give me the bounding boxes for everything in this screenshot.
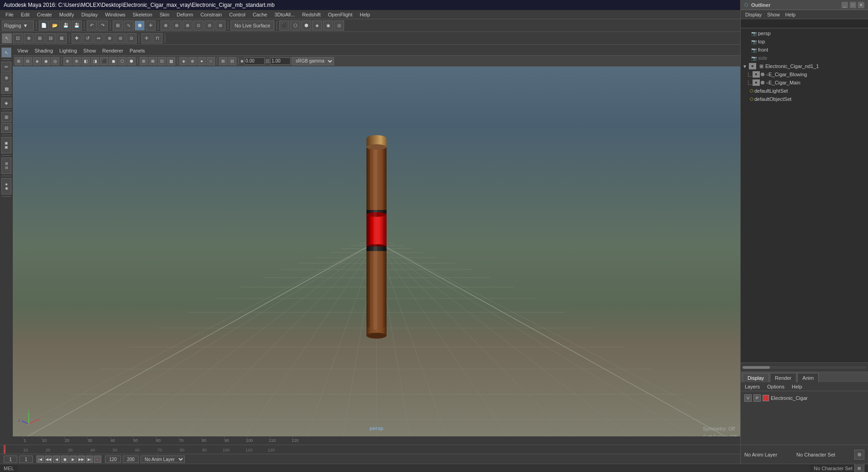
- transform6[interactable]: ⊚: [215, 21, 225, 31]
- mel-input-area[interactable]: [18, 465, 810, 472]
- tree-item-top[interactable]: 📷 top: [741, 37, 868, 46]
- outliner-menu-help[interactable]: Help: [783, 11, 799, 18]
- select-tool-left[interactable]: ↖: [1, 47, 11, 58]
- open-file-button[interactable]: 📂: [50, 21, 60, 31]
- vp-exposure-input[interactable]: [244, 58, 265, 65]
- h-scroll-thumb[interactable]: [743, 366, 770, 369]
- vp-menu-shading[interactable]: Shading: [32, 47, 56, 54]
- vp-res3[interactable]: ●: [198, 57, 206, 65]
- timeline-scrubber[interactable]: 1 10 20 30 40 50 60 70 80 90 100 110 120: [0, 445, 868, 454]
- scale-t[interactable]: ⇔: [94, 33, 104, 43]
- vp-menu-show[interactable]: Show: [81, 47, 99, 54]
- vp-gamma-select[interactable]: sRGB gamma: [292, 57, 334, 65]
- transform5[interactable]: ⊘: [204, 21, 214, 31]
- play-back-button[interactable]: ◀: [53, 456, 60, 463]
- vp-cam1[interactable]: ⊕: [63, 57, 72, 65]
- vp-grid[interactable]: ▦: [167, 57, 175, 65]
- vp-shd2[interactable]: ◨: [91, 57, 99, 65]
- render-left[interactable]: ▣▣: [1, 137, 11, 153]
- menu-cache[interactable]: Cache: [249, 11, 271, 18]
- vp-menu-lighting[interactable]: Lighting: [57, 47, 80, 54]
- menu-file[interactable]: File: [2, 11, 17, 18]
- manip-t[interactable]: ⊗: [105, 33, 115, 43]
- rot-t[interactable]: ↺: [83, 33, 93, 43]
- tab-render[interactable]: Render: [770, 373, 796, 382]
- save-file-button[interactable]: 💾: [61, 21, 71, 31]
- vp-wire1[interactable]: ⊞: [140, 57, 148, 65]
- vp-iso1[interactable]: ⊞: [219, 57, 227, 65]
- mode-dropdown[interactable]: Rigging ▼: [2, 21, 34, 31]
- layer-p-button[interactable]: P: [753, 394, 761, 402]
- bracket-t[interactable]: ⊓: [152, 33, 162, 43]
- tree-item-front[interactable]: 📷 front: [741, 46, 868, 54]
- vp-tb3[interactable]: ◈: [33, 57, 41, 65]
- lasso-tool[interactable]: ∿: [124, 21, 134, 31]
- tree-item-lightset[interactable]: ⬡ defaultLightSet: [741, 87, 868, 95]
- vp-tb1[interactable]: ⊞: [15, 57, 23, 65]
- tree-item-blowing[interactable]: ■ ○ E_Cigar_Blowing: [741, 70, 868, 79]
- menu-constrain[interactable]: Constrain: [197, 11, 225, 18]
- h-scrollbar[interactable]: [743, 366, 866, 369]
- tab-anim[interactable]: Anim: [797, 373, 819, 382]
- transform3[interactable]: ⊗: [183, 21, 193, 31]
- plus-t[interactable]: ✛: [141, 33, 152, 43]
- tree-item-main[interactable]: ■ ○ E_Cigar_Main: [741, 79, 868, 87]
- mesh-tool-left[interactable]: ▦: [1, 84, 11, 94]
- menu-control[interactable]: Control: [225, 11, 249, 18]
- bpanel-menu-options[interactable]: Options: [765, 383, 787, 390]
- vp-res1[interactable]: ◈: [179, 57, 188, 65]
- bpanel-menu-help[interactable]: Help: [790, 383, 805, 390]
- transform4[interactable]: ⊙: [193, 21, 204, 31]
- stop-button[interactable]: ◼: [61, 456, 68, 463]
- anim-layer-select[interactable]: No Anim Layer: [141, 456, 185, 463]
- transform2[interactable]: ⊛: [172, 21, 182, 31]
- range-start-input[interactable]: [105, 456, 121, 463]
- redo-button[interactable]: ↷: [98, 21, 108, 31]
- undo-button[interactable]: ↶: [87, 21, 97, 31]
- menu-openflight[interactable]: OpenFlight: [324, 11, 356, 18]
- vp-shd1[interactable]: ◧: [82, 57, 90, 65]
- no-live-surface-button[interactable]: No Live Surface: [230, 21, 274, 31]
- render-btn4[interactable]: ◈: [312, 21, 322, 31]
- vp-tb4[interactable]: ◉: [42, 57, 50, 65]
- vp-gamma-input[interactable]: [270, 58, 291, 65]
- vp-shd3[interactable]: ⬛: [100, 57, 108, 65]
- vp-iso2[interactable]: ⊟: [228, 57, 236, 65]
- outliner-menu-display[interactable]: Display: [743, 11, 764, 18]
- vp-cam2[interactable]: ⊗: [73, 57, 81, 65]
- bpanel-menu-layers[interactable]: Layers: [743, 383, 762, 390]
- menu-skin[interactable]: Skin: [156, 11, 173, 18]
- paint-sel[interactable]: ⊕: [24, 33, 34, 43]
- render-btn6[interactable]: ◎: [334, 21, 344, 31]
- current-frame-input[interactable]: [19, 456, 33, 463]
- sculpt-tool-left[interactable]: ⊕: [1, 73, 11, 83]
- tree-item-objset[interactable]: ⬡ defaultObjectSet: [741, 95, 868, 103]
- right-status-btn[interactable]: ⊞: [854, 450, 864, 460]
- start-frame-input[interactable]: [4, 456, 17, 463]
- vp-wire2[interactable]: ⊠: [149, 57, 157, 65]
- vp-menu-renderer[interactable]: Renderer: [99, 47, 126, 54]
- menu-edit[interactable]: Edit: [17, 11, 33, 18]
- vp-shd6[interactable]: ⬢: [127, 57, 136, 65]
- jump-to-end-button[interactable]: ▶|: [86, 456, 93, 463]
- jump-to-start-button[interactable]: |◀: [37, 456, 44, 463]
- anim-left[interactable]: ⊞⊟: [1, 157, 11, 174]
- tweak[interactable]: ⊠: [57, 33, 67, 43]
- select-tool[interactable]: ⊞: [113, 21, 123, 31]
- surface-tool[interactable]: ◈: [1, 98, 11, 108]
- lasso-mode[interactable]: ⊡: [13, 33, 23, 43]
- move-t[interactable]: ✚: [72, 33, 82, 43]
- soft-sel[interactable]: ⊟: [46, 33, 56, 43]
- char-set-btn[interactable]: ⊞: [854, 463, 864, 472]
- snap-t[interactable]: ⊙: [126, 33, 136, 43]
- transform1[interactable]: ⊕: [161, 21, 171, 31]
- range-end-input[interactable]: [123, 456, 139, 463]
- move-tool[interactable]: ✛: [146, 21, 156, 31]
- auto-key-button[interactable]: ●: [94, 456, 101, 463]
- render-btn1[interactable]: ⬛: [279, 21, 289, 31]
- menu-help[interactable]: Help: [356, 11, 374, 18]
- render-btn5[interactable]: ◉: [323, 21, 333, 31]
- vp-shd5[interactable]: ⬡: [118, 57, 126, 65]
- vp-menu-view[interactable]: View: [15, 47, 31, 54]
- pivot-t[interactable]: ⊘: [115, 33, 125, 43]
